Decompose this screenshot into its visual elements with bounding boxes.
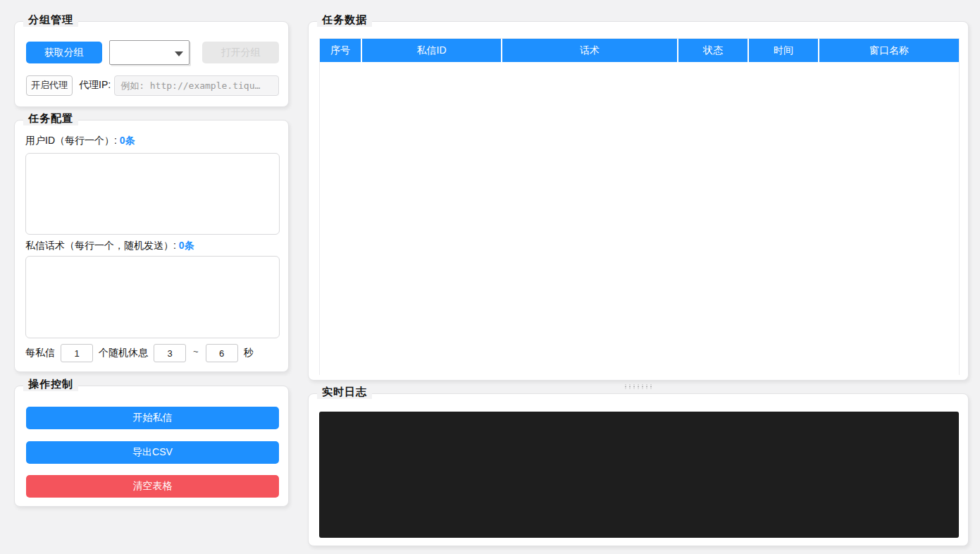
rest-max-seconds-input[interactable] [206,344,238,362]
header-cell-window[interactable]: 窗口名称 [819,39,959,62]
clear-table-button[interactable]: 清空表格 [26,475,279,498]
realtime-log-panel: 实时日志 [308,393,969,546]
app-window: 分组管理 获取分组 打开分组 开启代理 代理IP: 任务配置 用户ID（每行一个… [0,0,980,554]
proxy-ip-input[interactable] [114,75,279,96]
group-management-row1: 获取分组 打开分组 [26,40,279,65]
realtime-log-title: 实时日志 [317,386,372,399]
script-count: 0条 [179,240,194,251]
user-id-label-row: 用户ID（每行一个）: 0条 [25,135,135,147]
task-table-body [320,62,959,376]
interval-middle-label: 个随机休息 [99,347,148,359]
tilde-separator: ~ [193,346,199,357]
header-cell-dm-id[interactable]: 私信ID [362,39,501,62]
start-dm-button[interactable]: 开始私信 [26,407,279,429]
header-cell-seq[interactable]: 序号 [320,39,361,62]
operation-control-title: 操作控制 [23,378,78,391]
user-id-count: 0条 [120,135,135,146]
task-data-panel: 任务数据 序号 私信ID 话术 状态 时间 窗口名称 [308,21,969,381]
interval-suffix-label: 秒 [244,347,254,359]
user-id-textarea[interactable] [25,153,280,235]
header-cell-script[interactable]: 话术 [502,39,677,62]
enable-proxy-button[interactable]: 开启代理 [26,75,73,96]
splitter-grip-icon [624,384,652,389]
group-select[interactable] [109,40,190,65]
task-config-title: 任务配置 [23,112,78,125]
task-config-panel: 任务配置 用户ID（每行一个）: 0条 私信话术（每行一个，随机发送）: 0条 … [14,120,289,372]
group-management-row2: 开启代理 代理IP: [26,75,279,96]
export-csv-button[interactable]: 导出CSV [26,441,279,464]
header-cell-time[interactable]: 时间 [749,39,818,62]
per-message-count-input[interactable] [61,344,93,362]
proxy-ip-label: 代理IP: [79,79,111,92]
group-management-panel: 分组管理 获取分组 打开分组 开启代理 代理IP: [14,21,289,107]
script-textarea[interactable] [25,256,280,338]
open-group-button[interactable]: 打开分组 [202,42,279,63]
script-label: 私信话术（每行一个，随机发送）: [25,240,179,251]
get-groups-button[interactable]: 获取分组 [26,42,102,63]
splitter-handle[interactable] [308,382,969,390]
user-id-label: 用户ID（每行一个）: [25,135,120,146]
interval-row: 每私信 个随机休息 ~ 秒 [25,343,283,363]
chevron-down-icon [175,51,183,56]
realtime-log-output [319,412,959,538]
operation-control-panel: 操作控制 开始私信 导出CSV 清空表格 [14,386,289,507]
task-table-header: 序号 私信ID 话术 状态 时间 窗口名称 [320,39,959,62]
group-management-title: 分组管理 [23,13,78,27]
task-table: 序号 私信ID 话术 状态 时间 窗口名称 [319,38,960,375]
task-data-title: 任务数据 [317,13,372,27]
header-cell-status[interactable]: 状态 [678,39,748,62]
interval-prefix-label: 每私信 [25,347,55,359]
script-label-row: 私信话术（每行一个，随机发送）: 0条 [25,240,194,252]
rest-min-seconds-input[interactable] [154,344,186,362]
